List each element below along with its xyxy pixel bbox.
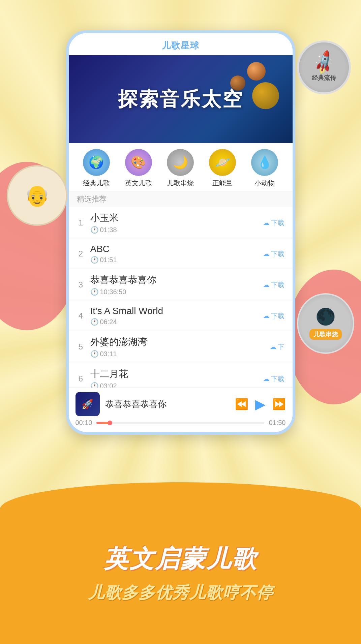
song-info-2: ABC 🕐 01:51 (90, 244, 258, 264)
song-num-3: 3 (77, 280, 85, 289)
clock-icon-2: 🕐 (90, 256, 99, 264)
sticker-classic: 🚀 经典流传 (297, 40, 351, 94)
download-icon-3: ☁ (263, 281, 270, 289)
clock-icon-1: 🕐 (90, 226, 99, 234)
category-label-english: 英文儿歌 (125, 179, 152, 188)
song-duration-1: 🕐 01:38 (90, 226, 258, 234)
song-title-4: It's A Small World (90, 306, 258, 316)
phone-screen: 儿歌星球 探索音乐太空 🌍 经典儿歌 🎨 英文儿歌 🌙 儿歌串烧 (69, 33, 293, 432)
category-icon-english: 🎨 (125, 149, 152, 176)
rocket-icon: 🚀 (310, 49, 338, 76)
rewind-button[interactable]: ⏪ (235, 398, 248, 410)
banner-text: 探索音乐太空 (118, 87, 243, 111)
category-medley[interactable]: 🌙 儿歌串烧 (167, 149, 194, 188)
sticker-moon: 🌑 儿歌串烧 (297, 293, 354, 354)
song-info-5: 外婆的澎湖湾 🕐 03:11 (90, 336, 264, 358)
sticker-classic-label: 经典流传 (312, 74, 336, 82)
current-time: 00:10 (76, 419, 92, 427)
category-icon-animals: 💧 (251, 149, 278, 176)
download-btn-1[interactable]: ☁ 下载 (263, 218, 284, 227)
download-btn-5[interactable]: ☁ 下 (270, 342, 284, 351)
download-btn-3[interactable]: ☁ 下载 (263, 280, 284, 289)
song-duration-4: 🕐 06:24 (90, 318, 258, 326)
planet-2 (252, 82, 279, 109)
sticker-album: 👴 (7, 165, 67, 226)
song-duration-3: 🕐 10:36:50 (90, 288, 258, 296)
player-bar: 🚀 恭喜恭喜恭喜你 ⏪ ▶ ⏩ 00:10 01:50 (69, 388, 293, 432)
total-time: 01:50 (269, 419, 285, 427)
category-label-positive: 正能量 (212, 179, 233, 188)
category-animals[interactable]: 💧 小动物 (251, 149, 278, 188)
category-label-classic: 经典儿歌 (83, 179, 110, 188)
category-row: 🌍 经典儿歌 🎨 英文儿歌 🌙 儿歌串烧 🪐 正能量 💧 小动物 (69, 143, 293, 191)
download-btn-2[interactable]: ☁ 下载 (263, 249, 284, 258)
bottom-title: 英文启蒙儿歌 (104, 543, 258, 575)
category-label-medley: 儿歌串烧 (167, 179, 194, 188)
bottom-subtitle: 儿歌多多优秀儿歌哼不停 (88, 582, 273, 604)
song-title-3: 恭喜恭喜恭喜你 (90, 274, 258, 286)
song-item-3[interactable]: 3 恭喜恭喜恭喜你 🕐 10:36:50 ☁ 下载 (69, 269, 293, 301)
player-progress: 00:10 01:50 (76, 419, 286, 427)
song-num-5: 5 (77, 342, 85, 351)
bottom-area: 英文启蒙儿歌 儿歌多多优秀儿歌哼不停 (0, 482, 361, 644)
song-info-6: 十二月花 🕐 03:02 (90, 368, 258, 390)
song-title-1: 小玉米 (90, 212, 258, 224)
song-item-1[interactable]: 1 小玉米 🕐 01:38 ☁ 下载 (69, 207, 293, 239)
song-item-4[interactable]: 4 It's A Small World 🕐 06:24 ☁ 下载 (69, 301, 293, 331)
song-title-6: 十二月花 (90, 368, 258, 380)
download-icon-5: ☁ (270, 343, 276, 351)
download-icon-4: ☁ (263, 312, 270, 320)
download-icon-6: ☁ (263, 375, 270, 383)
song-info-1: 小玉米 🕐 01:38 (90, 212, 258, 234)
category-icon-medley: 🌙 (167, 149, 194, 176)
category-english[interactable]: 🎨 英文儿歌 (125, 149, 152, 188)
player-controls: ⏪ ▶ ⏩ (235, 396, 286, 412)
song-num-1: 1 (77, 218, 85, 227)
category-label-animals: 小动物 (254, 179, 275, 188)
moon-icon: 🌑 (315, 307, 336, 326)
download-btn-4[interactable]: ☁ 下载 (263, 311, 284, 320)
forward-button[interactable]: ⏩ (272, 398, 286, 410)
progress-bar[interactable] (96, 422, 265, 424)
clock-icon-5: 🕐 (90, 350, 99, 358)
download-btn-6[interactable]: ☁ 下载 (263, 374, 284, 384)
song-info-3: 恭喜恭喜恭喜你 🕐 10:36:50 (90, 274, 258, 296)
song-item-2[interactable]: 2 ABC 🕐 01:51 ☁ 下载 (69, 239, 293, 269)
song-num-4: 4 (77, 311, 85, 320)
player-song-title: 恭喜恭喜恭喜你 (105, 398, 230, 410)
play-button[interactable]: ▶ (255, 396, 266, 412)
song-title-2: ABC (90, 244, 258, 254)
clock-icon-4: 🕐 (90, 318, 99, 326)
download-icon-1: ☁ (263, 219, 270, 227)
download-icon-2: ☁ (263, 250, 270, 258)
player-top: 🚀 恭喜恭喜恭喜你 ⏪ ▶ ⏩ (76, 392, 286, 416)
app-header: 儿歌星球 (69, 33, 293, 55)
phone-frame: 儿歌星球 探索音乐太空 🌍 经典儿歌 🎨 英文儿歌 🌙 儿歌串烧 (66, 30, 295, 435)
banner[interactable]: 探索音乐太空 (69, 55, 293, 143)
category-positive[interactable]: 🪐 正能量 (209, 149, 236, 188)
song-title-5: 外婆的澎湖湾 (90, 336, 264, 348)
album-art-icon: 👴 (25, 184, 50, 208)
song-duration-2: 🕐 01:51 (90, 256, 258, 264)
moon-label: 儿歌串烧 (309, 329, 342, 340)
song-duration-5: 🕐 03:11 (90, 350, 264, 358)
song-num-6: 6 (77, 374, 85, 384)
planet-1 (247, 62, 266, 81)
category-icon-positive: 🪐 (209, 149, 236, 176)
song-item-5[interactable]: 5 外婆的澎湖湾 🕐 03:11 ☁ 下 (69, 331, 293, 363)
clock-icon-3: 🕐 (90, 288, 99, 296)
song-num-2: 2 (77, 249, 85, 258)
section-header: 精选推荐 (69, 191, 293, 207)
category-classic[interactable]: 🌍 经典儿歌 (83, 149, 110, 188)
player-thumb-icon: 🚀 (82, 399, 93, 410)
category-icon-classic: 🌍 (83, 149, 110, 176)
progress-dot (108, 421, 112, 425)
song-info-4: It's A Small World 🕐 06:24 (90, 306, 258, 326)
app-title: 儿歌星球 (69, 40, 293, 52)
player-thumbnail: 🚀 (76, 392, 100, 416)
